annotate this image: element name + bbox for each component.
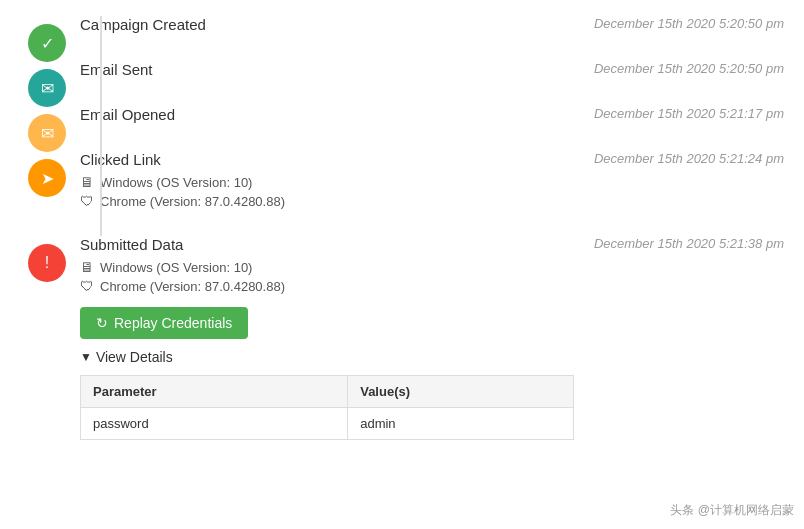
email-sent-date: December 15th 2020 5:20:50 pm (594, 61, 784, 76)
timeline-connector (100, 61, 102, 106)
submitted-data-content: Submitted Data🖥Windows (OS Version: 10)🛡… (80, 236, 784, 440)
meta-text: Chrome (Version: 87.0.4280.88) (100, 194, 285, 209)
submitted-data-icon: ! (28, 244, 66, 282)
meta-item: 🖥Windows (OS Version: 10) (80, 259, 574, 275)
clicked-link-title: Clicked Link (80, 151, 574, 168)
meta-icon: 🛡 (80, 278, 94, 294)
replay-credentials-button[interactable]: ↻Replay Credentials (80, 307, 248, 339)
view-details-label: View Details (96, 349, 173, 365)
timeline: ✓Campaign CreatedDecember 15th 2020 5:20… (20, 16, 784, 440)
campaign-created-content: Campaign CreatedDecember 15th 2020 5:20:… (80, 16, 784, 37)
meta-icon: 🖥 (80, 174, 94, 190)
details-table: ParameterValue(s)passwordadmin (80, 375, 574, 440)
email-sent-left: Email Sent (80, 61, 574, 82)
timeline-connector (100, 16, 102, 61)
submitted-data-left: Submitted Data🖥Windows (OS Version: 10)🛡… (80, 236, 574, 440)
replay-label: Replay Credentials (114, 315, 232, 331)
campaign-created-left: Campaign Created (80, 16, 574, 37)
table-cell: password (81, 408, 348, 440)
meta-item: 🛡Chrome (Version: 87.0.4280.88) (80, 193, 574, 209)
email-opened-content: Email OpenedDecember 15th 2020 5:21:17 p… (80, 106, 784, 127)
timeline-item-email-opened: ✉Email OpenedDecember 15th 2020 5:21:17 … (80, 106, 784, 127)
meta-item: 🛡Chrome (Version: 87.0.4280.88) (80, 278, 574, 294)
table-header: Parameter (81, 376, 348, 408)
table-cell: admin (348, 408, 574, 440)
table-header: Value(s) (348, 376, 574, 408)
email-opened-title: Email Opened (80, 106, 574, 123)
meta-icon: 🛡 (80, 193, 94, 209)
timeline-item-campaign-created: ✓Campaign CreatedDecember 15th 2020 5:20… (80, 16, 784, 37)
submitted-data-date: December 15th 2020 5:21:38 pm (594, 236, 784, 251)
email-sent-title: Email Sent (80, 61, 574, 78)
timeline-item-submitted-data: !Submitted Data🖥Windows (OS Version: 10)… (80, 236, 784, 440)
email-opened-icon: ✉ (28, 114, 66, 152)
meta-text: Windows (OS Version: 10) (100, 260, 252, 275)
email-sent-content: Email SentDecember 15th 2020 5:20:50 pm (80, 61, 784, 82)
timeline-item-clicked-link: ➤Clicked Link🖥Windows (OS Version: 10)🛡C… (80, 151, 784, 212)
timeline-connector (100, 151, 102, 236)
chevron-down-icon: ▼ (80, 350, 92, 364)
clicked-link-meta: 🖥Windows (OS Version: 10)🛡Chrome (Versio… (80, 174, 574, 209)
submitted-data-meta: 🖥Windows (OS Version: 10)🛡Chrome (Versio… (80, 259, 574, 294)
table-row: passwordadmin (81, 408, 574, 440)
campaign-created-date: December 15th 2020 5:20:50 pm (594, 16, 784, 31)
timeline-connector (100, 106, 102, 151)
clicked-link-icon: ➤ (28, 159, 66, 197)
meta-text: Windows (OS Version: 10) (100, 175, 252, 190)
email-opened-date: December 15th 2020 5:21:17 pm (594, 106, 784, 121)
timeline-item-email-sent: ✉Email SentDecember 15th 2020 5:20:50 pm (80, 61, 784, 82)
campaign-created-title: Campaign Created (80, 16, 574, 33)
clicked-link-left: Clicked Link🖥Windows (OS Version: 10)🛡Ch… (80, 151, 574, 212)
campaign-created-icon: ✓ (28, 24, 66, 62)
meta-item: 🖥Windows (OS Version: 10) (80, 174, 574, 190)
submitted-data-title: Submitted Data (80, 236, 574, 253)
email-sent-icon: ✉ (28, 69, 66, 107)
email-opened-left: Email Opened (80, 106, 574, 127)
clicked-link-date: December 15th 2020 5:21:24 pm (594, 151, 784, 166)
meta-icon: 🖥 (80, 259, 94, 275)
clicked-link-content: Clicked Link🖥Windows (OS Version: 10)🛡Ch… (80, 151, 784, 212)
view-details-toggle[interactable]: ▼View Details (80, 349, 574, 365)
meta-text: Chrome (Version: 87.0.4280.88) (100, 279, 285, 294)
replay-icon: ↻ (96, 315, 108, 331)
